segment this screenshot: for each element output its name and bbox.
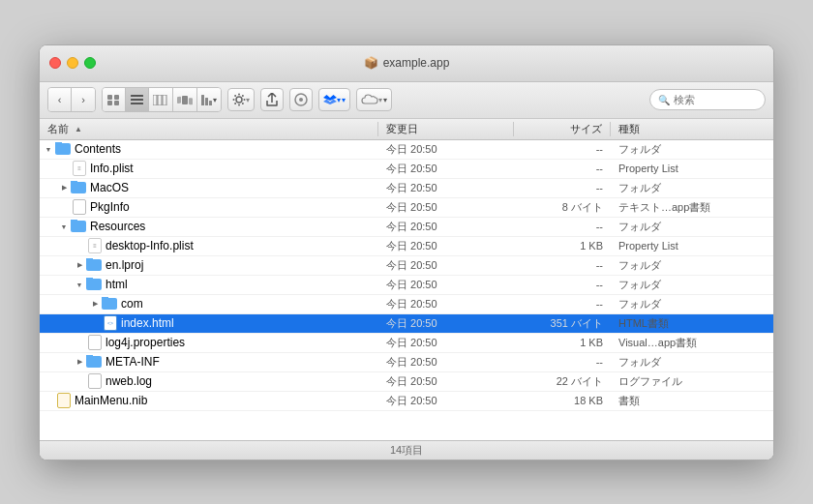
size-column-header[interactable]: サイズ [514, 122, 611, 136]
svg-marker-27 [323, 95, 337, 101]
nib-icon [57, 393, 71, 408]
svg-rect-0 [107, 95, 112, 100]
minimize-button[interactable] [67, 57, 78, 69]
table-row[interactable]: <>index.html今日 20:50351 バイトHTML書類 [40, 314, 773, 334]
table-row[interactable]: ≡Info.plist今日 20:50--Property List [40, 160, 773, 179]
table-row[interactable]: log4j.properties今日 20:501 KBVisual…app書類 [40, 334, 773, 353]
search-box[interactable]: 🔍 [649, 89, 766, 110]
svg-rect-13 [201, 95, 204, 105]
file-name-cell: Contents [40, 142, 378, 156]
expand-triangle[interactable] [59, 222, 69, 231]
table-row[interactable]: META-INF今日 20:50--フォルダ [40, 353, 773, 372]
tag-button[interactable] [289, 88, 313, 111]
file-name-cell: html [40, 278, 378, 291]
file-date-cell: 今日 20:50 [378, 239, 514, 253]
icon-view-button[interactable] [103, 88, 126, 111]
icloud-button[interactable]: ▾ [356, 88, 392, 111]
file-kind-cell: ログファイル [611, 374, 773, 389]
file-name-label: PkgInfo [90, 200, 130, 214]
svg-rect-8 [158, 95, 162, 105]
svg-point-18 [238, 104, 240, 106]
expand-triangle[interactable] [75, 357, 84, 367]
icloud-icon [361, 94, 378, 105]
fullscreen-button[interactable] [84, 57, 96, 69]
folder-icon [71, 182, 86, 193]
share-button[interactable] [260, 88, 284, 111]
expand-triangle[interactable] [75, 280, 84, 289]
file-date-cell: 今日 20:50 [378, 200, 514, 215]
forward-button[interactable]: › [72, 88, 95, 111]
expand-triangle [75, 376, 86, 386]
svg-rect-4 [131, 95, 143, 97]
action-button[interactable]: ▾ [227, 88, 255, 111]
table-row[interactable]: en.lproj今日 20:50--フォルダ [40, 256, 773, 276]
list-view-icon [131, 95, 143, 105]
kind-column-header[interactable]: 種類 [611, 122, 773, 136]
svg-rect-3 [114, 101, 119, 105]
file-icon [88, 373, 102, 389]
toolbar: ‹ › [40, 82, 773, 119]
file-size-cell: 1 KB [514, 337, 611, 348]
file-date-cell: 今日 20:50 [378, 181, 514, 195]
file-name-cell: META-INF [40, 355, 378, 369]
expand-triangle[interactable] [44, 144, 53, 154]
list-view-button[interactable] [126, 88, 149, 111]
file-name-label: MainMenu.nib [75, 394, 147, 407]
back-button[interactable]: ‹ [48, 88, 72, 111]
file-date-cell: 今日 20:50 [378, 297, 514, 311]
app-icon: 📦 [364, 56, 378, 70]
table-row[interactable]: nweb.log今日 20:5022 バイトログファイル [40, 372, 773, 392]
expand-triangle[interactable] [59, 183, 69, 193]
file-date-cell: 今日 20:50 [378, 316, 514, 331]
file-kind-cell: 書類 [611, 394, 773, 408]
table-row[interactable]: PkgInfo今日 20:508 バイトテキスト…app書類 [40, 198, 773, 218]
table-row[interactable]: Contents今日 20:50--フォルダ [40, 140, 773, 160]
file-name-cell: MainMenu.nib [40, 393, 378, 408]
table-row[interactable]: Resources今日 20:50--フォルダ [40, 218, 773, 237]
table-row[interactable]: ≡desktop-Info.plist今日 20:501 KBProperty … [40, 237, 773, 256]
svg-rect-2 [107, 101, 112, 105]
file-name-label: index.html [121, 316, 174, 330]
share-icon [266, 93, 278, 106]
arrange-button[interactable] [197, 88, 221, 111]
file-kind-cell: フォルダ [611, 142, 773, 157]
file-name-label: html [105, 278, 128, 291]
close-button[interactable] [49, 57, 61, 69]
file-date-cell: 今日 20:50 [378, 162, 514, 176]
dropbox-button[interactable]: ▾ [318, 88, 350, 111]
svg-rect-14 [205, 98, 208, 105]
table-row[interactable]: MainMenu.nib今日 20:5018 KB書類 [40, 392, 773, 411]
name-column-header[interactable]: 名前 ▲ [40, 122, 378, 136]
column-view-button[interactable] [149, 88, 173, 111]
file-name-label: Resources [90, 220, 145, 233]
file-name-label: META-INF [105, 355, 160, 369]
expand-triangle[interactable] [90, 299, 100, 309]
gear-icon [232, 93, 246, 106]
table-row[interactable]: MacOS今日 20:50--フォルダ [40, 179, 773, 198]
file-size-cell: -- [514, 143, 611, 155]
file-name-label: Contents [75, 142, 121, 156]
file-kind-cell: フォルダ [611, 355, 773, 370]
table-row[interactable]: html今日 20:50--フォルダ [40, 276, 773, 295]
file-name-cell: log4j.properties [40, 335, 378, 350]
file-kind-cell: フォルダ [611, 297, 773, 311]
file-size-cell: 8 バイト [514, 200, 611, 215]
file-name-cell: MacOS [40, 181, 378, 194]
expand-triangle [75, 241, 86, 251]
expand-triangle[interactable] [75, 260, 84, 270]
file-name-label: desktop-Info.plist [105, 239, 194, 252]
icon-view-icon [107, 95, 120, 105]
file-name-label: log4j.properties [105, 336, 185, 349]
search-input[interactable] [674, 94, 757, 105]
date-column-header[interactable]: 変更日 [378, 122, 514, 136]
file-kind-cell: Visual…app書類 [611, 336, 773, 350]
file-size-cell: -- [514, 163, 611, 174]
coverflow-view-button[interactable] [173, 88, 197, 111]
svg-rect-12 [189, 98, 193, 104]
file-date-cell: 今日 20:50 [378, 258, 514, 273]
table-row[interactable]: com今日 20:50--フォルダ [40, 295, 773, 314]
expand-triangle [59, 202, 71, 212]
file-name-cell: PkgInfo [40, 199, 378, 215]
folder-icon [55, 143, 71, 155]
search-icon: 🔍 [658, 95, 670, 105]
